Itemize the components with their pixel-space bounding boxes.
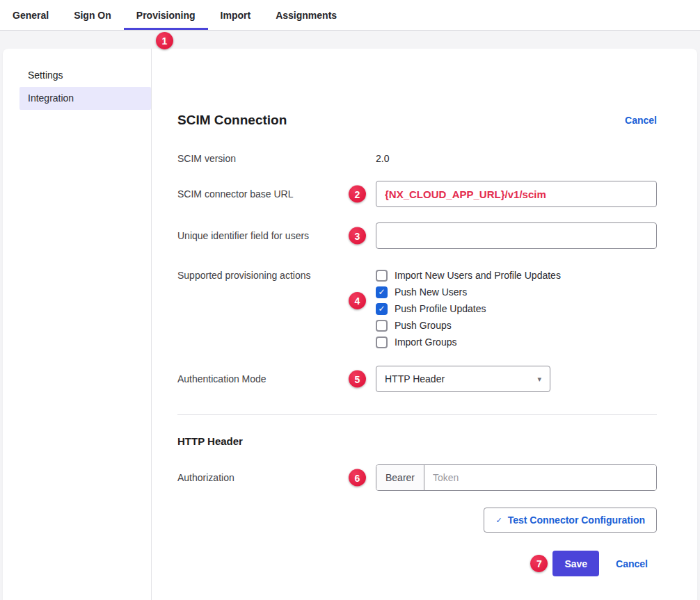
provisioning-action-row[interactable]: Import Groups	[376, 334, 561, 350]
provisioning-actions-label: Supported provisioning actions	[177, 267, 376, 281]
tab-general[interactable]: General	[0, 0, 61, 30]
section-divider	[177, 414, 657, 415]
tabbar-tabs: GeneralSign OnProvisioningImportAssignme…	[0, 0, 349, 30]
provisioning-action-row[interactable]: ✓Push Profile Updates	[376, 300, 561, 317]
authorization-row: Authorization 6 Bearer	[177, 464, 657, 491]
base-url-label: SCIM connector base URL	[177, 188, 376, 200]
check-icon: ✓	[495, 516, 502, 525]
token-input[interactable]	[424, 465, 656, 490]
auth-mode-select[interactable]: HTTP Header ▾	[376, 366, 550, 392]
checkbox-checked-icon[interactable]: ✓	[376, 286, 388, 298]
auth-mode-row: Authentication Mode 5 HTTP Header ▾	[177, 366, 657, 392]
checkbox-unchecked-icon[interactable]	[376, 270, 388, 282]
annotation-badge-1: 1	[156, 32, 173, 49]
save-button[interactable]: Save	[552, 551, 599, 576]
section-header: SCIM Connection Cancel	[177, 113, 657, 128]
tab-sign-on[interactable]: Sign On	[61, 0, 124, 30]
annotation-badge-5: 5	[349, 371, 366, 388]
unique-id-row: Unique identifier field for users 3	[177, 222, 657, 249]
provisioning-action-row[interactable]: ✓Push New Users	[376, 284, 561, 300]
tab-assignments[interactable]: Assignments	[263, 0, 349, 30]
provisioning-card: Settings Integration SCIM Connection Can…	[3, 49, 697, 600]
save-row: 7 Save Cancel	[177, 551, 657, 576]
annotation-badge-6: 6	[349, 469, 366, 487]
unique-id-input[interactable]	[376, 222, 657, 249]
cancel-link-bottom[interactable]: Cancel	[616, 558, 648, 569]
provisioning-actions-row: Supported provisioning actions 4 Import …	[177, 267, 657, 350]
provisioning-action-label: Import New Users and Profile Updates	[395, 270, 561, 281]
scim-connection-section: SCIM Connection Cancel SCIM version 2.0 …	[152, 49, 697, 600]
test-connector-label: Test Connector Configuration	[508, 514, 645, 526]
sidebar-title: Settings	[28, 68, 151, 82]
auth-mode-selected-value: HTTP Header	[385, 373, 445, 384]
annotation-badge-7: 7	[530, 555, 548, 572]
authorization-input-group: Bearer	[376, 464, 657, 491]
chevron-down-icon: ▾	[537, 375, 541, 384]
provisioning-action-label: Push Groups	[395, 320, 452, 331]
provisioning-action-label: Import Groups	[395, 337, 456, 348]
scim-version-label: SCIM version	[177, 153, 376, 164]
app-tabbar: GeneralSign OnProvisioningImportAssignme…	[0, 0, 700, 31]
base-url-row: SCIM connector base URL 2	[177, 181, 657, 207]
checkbox-checked-icon[interactable]: ✓	[376, 303, 388, 315]
provisioning-actions-list: Import New Users and Profile Updates✓Pus…	[376, 267, 561, 350]
checkbox-unchecked-icon[interactable]	[376, 337, 388, 348]
tab-import[interactable]: Import	[208, 0, 264, 30]
provisioning-action-label: Push New Users	[395, 286, 467, 298]
test-connector-button[interactable]: ✓ Test Connector Configuration	[484, 508, 657, 533]
scim-version-value: 2.0	[376, 153, 389, 164]
auth-mode-label: Authentication Mode	[177, 373, 376, 384]
checkbox-unchecked-icon[interactable]	[376, 320, 388, 332]
page-title: SCIM Connection	[177, 113, 287, 128]
scim-version-row: SCIM version 2.0	[177, 153, 657, 164]
sidebar-item-integration[interactable]: Integration	[19, 87, 151, 110]
authorization-label: Authorization	[177, 472, 376, 483]
provisioning-action-row[interactable]: Push Groups	[376, 317, 561, 334]
annotation-badge-2: 2	[349, 186, 366, 203]
tab-provisioning[interactable]: Provisioning	[124, 0, 208, 30]
bearer-prefix: Bearer	[376, 465, 424, 490]
provisioning-action-label: Push Profile Updates	[395, 303, 486, 314]
annotation-badge-3: 3	[349, 227, 366, 245]
test-connector-row: ✓ Test Connector Configuration	[177, 508, 657, 533]
base-url-input[interactable]	[376, 181, 657, 207]
provisioning-action-row[interactable]: Import New Users and Profile Updates	[376, 267, 561, 284]
cancel-link-top[interactable]: Cancel	[625, 115, 657, 126]
annotation-badge-4: 4	[349, 292, 366, 309]
http-header-title: HTTP Header	[177, 435, 657, 447]
sidebar: Settings Integration	[3, 49, 152, 600]
unique-id-label: Unique identifier field for users	[177, 230, 376, 241]
